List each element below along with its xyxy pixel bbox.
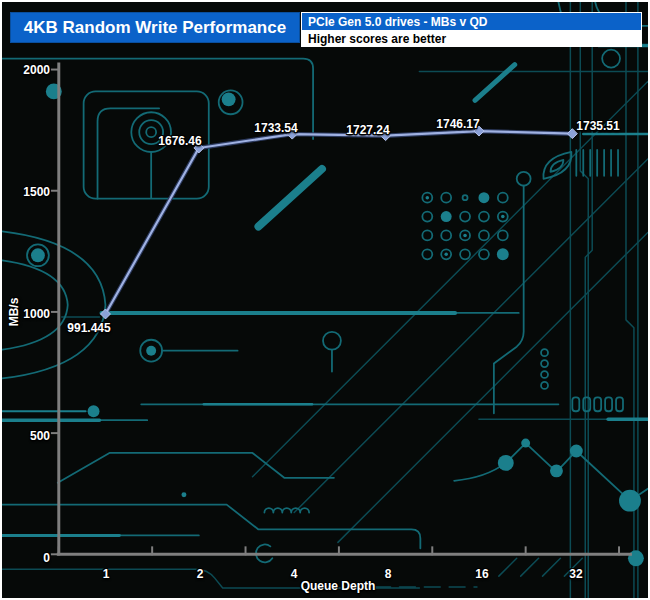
y-tick-label: 1000: [23, 307, 50, 321]
chart-title: 4KB Random Write Performance: [10, 12, 300, 43]
x-tick-label: 1: [103, 567, 110, 581]
x-tick-label: 16: [475, 567, 488, 581]
x-tick-label: 4: [291, 567, 298, 581]
legend: PCIe Gen 5.0 drives - MBs v QD Higher sc…: [301, 12, 642, 47]
chart-window: 4KB Random Write Performance PCIe Gen 5.…: [0, 0, 650, 600]
x-tick-label: 32: [569, 567, 582, 581]
legend-note: Higher scores are better: [302, 30, 641, 46]
line-chart: [2, 2, 648, 598]
data-point-label: 991.445: [67, 321, 110, 335]
data-point-label: 1727.24: [346, 123, 389, 137]
y-tick-label: 500: [30, 429, 50, 443]
y-tick-label: 2000: [23, 63, 50, 77]
x-tick-label: 8: [385, 567, 392, 581]
data-point-label: 1733.54: [254, 121, 297, 135]
data-point-label: 1735.51: [576, 119, 619, 133]
data-point-label: 1746.17: [436, 117, 479, 131]
y-tick-label: 0: [43, 551, 50, 565]
y-tick-label: 1500: [23, 185, 50, 199]
data-point-label: 1676.46: [158, 134, 201, 148]
y-axis-title: MB/s: [7, 298, 21, 327]
x-axis-title: Queue Depth: [301, 579, 376, 593]
legend-series-label: PCIe Gen 5.0 drives - MBs v QD: [302, 13, 641, 30]
x-tick-label: 2: [197, 567, 204, 581]
